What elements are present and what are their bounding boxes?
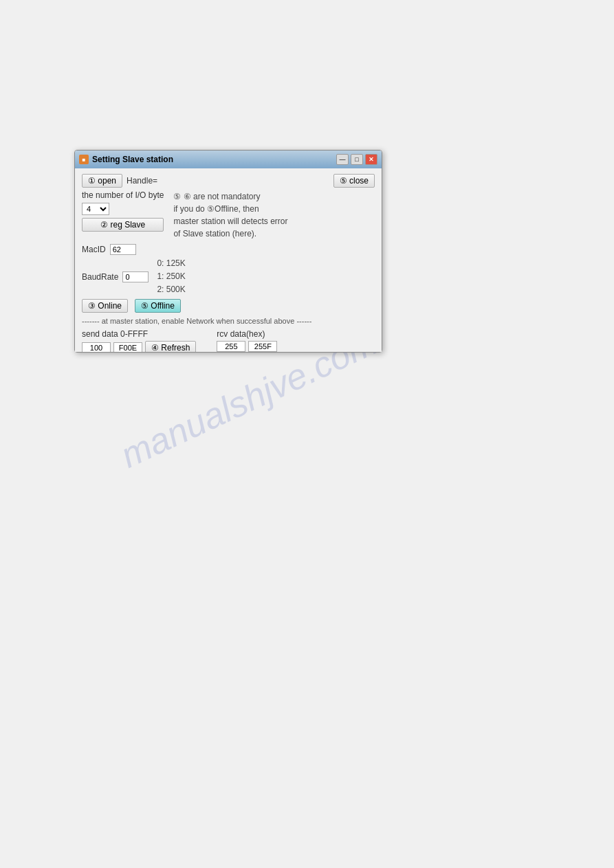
baudrate-row: BaudRate 0: 125K 1: 250K 2: 500K (82, 257, 375, 297)
close-window-button[interactable]: ✕ (365, 154, 377, 165)
handle-label: Handle= (127, 176, 157, 186)
io-section: the number of I/O byte 4 8 16 ② reg Slav… (82, 190, 375, 240)
baud-info: 0: 125K 1: 250K 2: 500K (157, 257, 185, 297)
title-bar: ■ Setting Slave station — □ ✕ (75, 151, 382, 168)
baud-2: 2: 500K (157, 283, 185, 296)
macid-label: MacID (82, 245, 106, 254)
online-offline-row: ③ Online ⑤ Offline (82, 299, 375, 313)
io-byte-select[interactable]: 4 8 16 (82, 203, 109, 215)
baud-1: 1: 250K (157, 270, 185, 283)
note-line2: if you do ⑤Offline, then (173, 203, 287, 215)
refresh-button[interactable]: ④ Refresh (145, 341, 196, 352)
close-button[interactable]: ⑤ close (333, 174, 375, 188)
reg-slave-button[interactable]: ② reg Slave (82, 218, 164, 232)
setting-slave-window: ■ Setting Slave station — □ ✕ ① open Han… (74, 150, 382, 353)
send-ch-n-input[interactable] (113, 342, 142, 352)
macid-row: MacID (82, 244, 375, 255)
title-bar-left: ■ Setting Slave station (79, 155, 173, 164)
rcv-ch-s-input[interactable] (248, 341, 277, 352)
window-title: Setting Slave station (92, 155, 173, 164)
send-rcv-section: send data 0-FFFF ④ Refresh CH_n+1 CH_n c… (82, 329, 375, 352)
send-data-row: ④ Refresh (82, 341, 196, 352)
restore-button[interactable]: □ (351, 154, 363, 165)
open-button[interactable]: ① open (82, 174, 122, 188)
io-dropdown-row: 4 8 16 (82, 203, 164, 215)
window-icon: ■ (79, 155, 89, 164)
send-ch-n1-input[interactable] (82, 342, 111, 352)
note-line3: master station will detects error (173, 215, 287, 227)
note-line4: of Slave station (here). (173, 227, 287, 240)
rcv-data-label: rcv data(hex) (217, 329, 277, 339)
rcv-ch-s1-input[interactable] (217, 341, 245, 352)
divider-line: ------- at master station, enable Networ… (82, 317, 375, 325)
offline-button[interactable]: ⑤ Offline (135, 299, 181, 313)
minimize-button[interactable]: — (336, 154, 349, 165)
window-controls: — □ ✕ (336, 154, 377, 165)
io-notes: ⑤ ⑥ are not mandatory if you do ⑤Offline… (173, 190, 287, 240)
io-left: the number of I/O byte 4 8 16 ② reg Slav… (82, 190, 164, 232)
rcv-section: rcv data(hex) CH_s+1 CH_s (217, 329, 277, 352)
online-button[interactable]: ③ Online (82, 299, 128, 313)
baudrate-label: BaudRate (82, 272, 118, 282)
macid-input[interactable] (110, 244, 136, 255)
rcv-data-row (217, 341, 277, 352)
open-close-row: ① open Handle= ⑤ close (82, 174, 375, 188)
window-body: ① open Handle= ⑤ close the number of I/O… (75, 168, 382, 352)
note-line1: ⑤ ⑥ are not mandatory (173, 190, 287, 203)
send-section: send data 0-FFFF ④ Refresh CH_n+1 CH_n c… (82, 329, 196, 352)
io-byte-label: the number of I/O byte (82, 190, 164, 200)
baud-0: 0: 125K (157, 257, 185, 270)
baudrate-input[interactable] (122, 271, 149, 282)
send-data-label: send data 0-FFFF (82, 329, 196, 339)
